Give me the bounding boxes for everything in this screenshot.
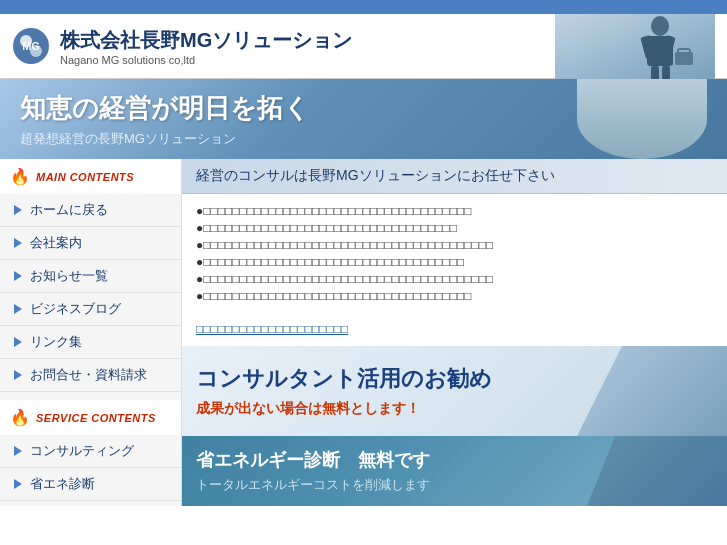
main-layout: 🔥 MAIN CONTENTS ホームに戻る 会社案内 お知らせ一覧 ビジネスブ… bbox=[0, 159, 727, 506]
bullet-item: ●□□□□□□□□□□□□□□□□□□□□□□□□□□□□□□□□□□□□□□□… bbox=[196, 238, 713, 252]
hero-banner: 知恵の経営が明日を拓く 超発想経営の長野MGソリューション bbox=[0, 79, 727, 159]
bullet-text: ●□□□□□□□□□□□□□□□□□□□□□□□□□□□□□□□□□□□ bbox=[196, 221, 457, 235]
sidebar-item-energy[interactable]: 省エネ診断 bbox=[0, 468, 181, 501]
arrow-icon bbox=[14, 479, 22, 489]
svg-rect-4 bbox=[555, 14, 715, 79]
top-bar bbox=[0, 0, 727, 14]
arrow-icon bbox=[14, 205, 22, 215]
bullet-item: ●□□□□□□□□□□□□□□□□□□□□□□□□□□□□□□□□□□□□ bbox=[196, 255, 713, 269]
sidebar-item-company-label: 会社案内 bbox=[30, 234, 82, 252]
bullet-item: ●□□□□□□□□□□□□□□□□□□□□□□□□□□□□□□□□□□□□□□□… bbox=[196, 272, 713, 286]
company-name-jp: 株式会社長野MGソリューション bbox=[60, 27, 352, 54]
sidebar-item-consulting-label: コンサルティング bbox=[30, 442, 134, 460]
main-contents-title: MAIN CONTENTS bbox=[36, 171, 134, 183]
content-link[interactable]: □□□□□□□□□□□□□□□□□□□□□ bbox=[182, 316, 727, 346]
bullet-item: ●□□□□□□□□□□□□□□□□□□□□□□□□□□□□□□□□□□□ bbox=[196, 221, 713, 235]
company-name-block: 株式会社長野MGソリューション Nagano MG solutions co,l… bbox=[60, 27, 352, 66]
energy-photo bbox=[587, 436, 727, 506]
logo-icon: MG bbox=[12, 27, 50, 65]
consultant-photo bbox=[577, 346, 727, 436]
bullet-item: ●□□□□□□□□□□□□□□□□□□□□□□□□□□□□□□□□□□□□□ bbox=[196, 289, 713, 303]
header: MG 株式会社長野MGソリューション Nagano MG solutions c… bbox=[0, 14, 727, 79]
sidebar-item-links-label: リンク集 bbox=[30, 333, 82, 351]
sidebar-item-company[interactable]: 会社案内 bbox=[0, 227, 181, 260]
bullet-list: ●□□□□□□□□□□□□□□□□□□□□□□□□□□□□□□□□□□□□□ ●… bbox=[182, 194, 727, 316]
bullet-item: ●□□□□□□□□□□□□□□□□□□□□□□□□□□□□□□□□□□□□□ bbox=[196, 204, 713, 218]
sidebar-item-contact[interactable]: お問合せ・資料請求 bbox=[0, 359, 181, 392]
content-area: 経営のコンサルは長野MGソリューションにお任せ下さい ●□□□□□□□□□□□□… bbox=[182, 159, 727, 506]
arrow-icon bbox=[14, 238, 22, 248]
bullet-text: ●□□□□□□□□□□□□□□□□□□□□□□□□□□□□□□□□□□□□□ bbox=[196, 204, 471, 218]
sidebar-item-news[interactable]: お知らせ一覧 bbox=[0, 260, 181, 293]
bullet-text: ●□□□□□□□□□□□□□□□□□□□□□□□□□□□□□□□□□□□□□□□… bbox=[196, 272, 493, 286]
consulting-header: 経営のコンサルは長野MGソリューションにお任せ下さい bbox=[182, 159, 727, 194]
arrow-icon bbox=[14, 337, 22, 347]
svg-text:MG: MG bbox=[22, 40, 40, 52]
svg-rect-9 bbox=[651, 66, 659, 79]
arrow-icon bbox=[14, 446, 22, 456]
svg-point-5 bbox=[651, 16, 669, 36]
header-photo bbox=[555, 14, 715, 79]
sidebar-item-energy-label: 省エネ診断 bbox=[30, 475, 95, 493]
sidebar-item-news-label: お知らせ一覧 bbox=[30, 267, 108, 285]
energy-banner: 省エネルギー診断 無料です トータルエネルギーコストを削減します bbox=[182, 436, 727, 506]
bullet-text: ●□□□□□□□□□□□□□□□□□□□□□□□□□□□□□□□□□□□□□ bbox=[196, 289, 471, 303]
sidebar-item-blog-label: ビジネスブログ bbox=[30, 300, 121, 318]
sidebar-item-links[interactable]: リンク集 bbox=[0, 326, 181, 359]
bullet-text: ●□□□□□□□□□□□□□□□□□□□□□□□□□□□□□□□□□□□□□□□… bbox=[196, 238, 493, 252]
arrow-icon bbox=[14, 271, 22, 281]
consultant-banner-title: コンサルタント活用のお勧め bbox=[196, 364, 492, 394]
sidebar-item-blog[interactable]: ビジネスブログ bbox=[0, 293, 181, 326]
arrow-icon bbox=[14, 304, 22, 314]
bullet-text: ●□□□□□□□□□□□□□□□□□□□□□□□□□□□□□□□□□□□□ bbox=[196, 255, 464, 269]
flame-icon-2: 🔥 bbox=[10, 408, 30, 427]
flame-icon: 🔥 bbox=[10, 167, 30, 186]
sidebar-item-home[interactable]: ホームに戻る bbox=[0, 194, 181, 227]
service-contents-title: SERVICE CONTENTS bbox=[36, 412, 156, 424]
service-contents-header: 🔥 SERVICE CONTENTS bbox=[0, 400, 181, 435]
svg-rect-10 bbox=[662, 66, 670, 79]
company-name-en: Nagano MG solutions co,ltd bbox=[60, 54, 352, 66]
consultant-banner-subtitle: 成果が出ない場合は無料とします！ bbox=[196, 400, 492, 418]
consultant-text-block: コンサルタント活用のお勧め 成果が出ない場合は無料とします！ bbox=[196, 364, 492, 418]
consultant-banner: コンサルタント活用のお勧め 成果が出ない場合は無料とします！ bbox=[182, 346, 727, 436]
sidebar-item-consulting[interactable]: コンサルティング bbox=[0, 435, 181, 468]
hero-person-photo bbox=[577, 79, 707, 159]
sidebar-item-home-label: ホームに戻る bbox=[30, 201, 108, 219]
sidebar-item-contact-label: お問合せ・資料請求 bbox=[30, 366, 147, 384]
arrow-icon bbox=[14, 370, 22, 380]
main-contents-header: 🔥 MAIN CONTENTS bbox=[0, 159, 181, 194]
sidebar: 🔥 MAIN CONTENTS ホームに戻る 会社案内 お知らせ一覧 ビジネスブ… bbox=[0, 159, 182, 506]
